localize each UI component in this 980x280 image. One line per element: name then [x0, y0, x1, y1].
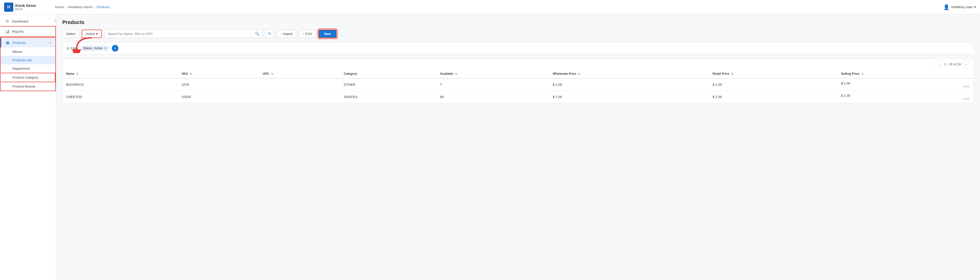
- refresh-button[interactable]: ↻: [265, 29, 274, 38]
- add-filter-icon: +: [114, 46, 116, 51]
- chip-label: Status : Active: [83, 46, 103, 50]
- col-wholesale-label: Wholesale Price: [553, 72, 576, 76]
- row2-available: 99: [436, 91, 549, 103]
- row1-sku: 1079: [178, 78, 259, 91]
- breadcrumb-home[interactable]: Home: [55, 5, 64, 9]
- sidebar-sub-product-brands[interactable]: Product Brands: [0, 82, 56, 91]
- table-body: BACKPACK 1079 OTHER 7 $ 1.00 $ 1.00 $ 1.…: [62, 78, 974, 103]
- sidebar-sub-menus-label: Menus: [13, 50, 22, 54]
- row2-wholesale: $ 1.00: [549, 91, 709, 103]
- col-name-label: Name: [66, 72, 75, 76]
- sidebar-sub-department-label: Department: [13, 67, 30, 70]
- user-icon: 👤: [943, 4, 950, 10]
- table-row[interactable]: BACKPACK 1079 OTHER 7 $ 1.00 $ 1.00 $ 1.…: [62, 78, 974, 91]
- retail-sort-icon[interactable]: ⇅: [731, 73, 733, 75]
- col-retail-label: Retail Price: [713, 72, 729, 76]
- pagination: ‹ 1 - 18 of 18 ›: [62, 59, 974, 69]
- col-available-label: Available: [440, 72, 453, 76]
- breadcrumb-sep2: ›: [94, 5, 95, 9]
- action-label: Action: [86, 32, 95, 36]
- row1-category: OTHER: [340, 78, 436, 91]
- search-bar: 🔍: [104, 29, 262, 38]
- toolbar: Select Action ▾ 🔍 ↻ ↓ Import ↑ CSV New: [62, 29, 974, 38]
- chip-close-icon[interactable]: ✕: [104, 46, 107, 50]
- sidebar-sub-department[interactable]: Department: [0, 64, 56, 73]
- user-label: HotelKey User: [951, 5, 973, 9]
- prev-page-button[interactable]: ‹: [935, 61, 942, 67]
- new-button[interactable]: New: [318, 30, 337, 38]
- filter-icon: ⊟: [67, 46, 69, 50]
- row1-name: BACKPACK: [62, 78, 178, 91]
- col-retail: Retail Price ⇅: [709, 69, 837, 78]
- sidebar-products-label: Products: [13, 41, 47, 45]
- sidebar-item-reports[interactable]: 📊 Reports: [0, 26, 56, 37]
- products-icon: ▦: [5, 40, 10, 45]
- breadcrumb-retailkey[interactable]: RetailKey Admin: [68, 5, 92, 9]
- row2-retail: $ 1.00: [709, 91, 837, 103]
- col-category: Category: [340, 69, 436, 78]
- sidebar-sub-menus[interactable]: Menus: [0, 48, 56, 56]
- products-table: Name ⇅ SKU ⇅ UPC ⇅ Category: [62, 69, 974, 103]
- col-upc-label: UPC: [262, 72, 269, 76]
- row1-wholesale: $ 1.00: [549, 78, 709, 91]
- select-button[interactable]: Select: [62, 30, 79, 38]
- sidebar-sub-products-list-label: Products List: [13, 58, 32, 62]
- filter-label-area: ⊟ Filter: [67, 46, 78, 50]
- name-sort-icon[interactable]: ⇅: [76, 73, 78, 75]
- csv-label: ↑ CSV: [303, 32, 312, 36]
- import-label: ↓ Import: [280, 32, 293, 36]
- upc-sort-icon[interactable]: ⇅: [271, 73, 273, 75]
- main-layout: ❮ ⊙ Dashboard 📊 Reports ▦ Products ∧ Men…: [0, 14, 980, 280]
- row2-name: CHEETOS: [62, 91, 178, 103]
- col-category-label: Category: [344, 72, 357, 76]
- row1-upc: [259, 78, 340, 91]
- table-row[interactable]: CHEETOS 10020 SNACKS 99 $ 1.00 $ 1.00 $ …: [62, 91, 974, 103]
- action-chevron-icon: ▾: [96, 32, 98, 36]
- main-content: Products Select Action ▾ 🔍 ↻ ↓ Import ↑ …: [56, 14, 980, 280]
- search-input[interactable]: [108, 32, 255, 36]
- sidebar-sub-product-category[interactable]: Product Category: [0, 73, 56, 82]
- sidebar-item-dashboard[interactable]: ⊙ Dashboard: [0, 16, 56, 26]
- row1-available: 7: [436, 78, 549, 91]
- sidebar-sub-products-list[interactable]: Products List: [0, 56, 56, 64]
- app-name: Kiosk Demo: [15, 3, 36, 8]
- row2-menu-badge: MENU: [841, 97, 970, 100]
- user-area[interactable]: 👤 HotelKey User ▾: [943, 4, 976, 10]
- selling-sort-icon[interactable]: ⇅: [861, 73, 863, 75]
- pagination-text: 1 - 18 of 18: [944, 62, 961, 66]
- products-section-box: ▦ Products ∧ Menus Products List Departm…: [0, 37, 56, 91]
- row1-retail: $ 1.00: [709, 78, 837, 91]
- dashboard-icon: ⊙: [5, 19, 10, 24]
- col-selling-label: Selling Price: [841, 72, 859, 76]
- refresh-icon: ↻: [268, 32, 271, 36]
- search-icon: 🔍: [255, 32, 259, 36]
- wholesale-sort-icon[interactable]: ⇅: [578, 73, 580, 75]
- breadcrumb-sep1: ›: [65, 5, 67, 9]
- filter-text: Filter: [71, 46, 78, 50]
- logo-icon: H: [4, 3, 13, 12]
- row2-selling: $ 1.00 MENU: [837, 91, 974, 103]
- next-page-button[interactable]: ›: [963, 61, 969, 67]
- col-wholesale: Wholesale Price ⇅: [549, 69, 709, 78]
- logo-box: H Kiosk Demo RK19: [4, 3, 55, 12]
- sidebar-sub-product-category-label: Product Category: [13, 76, 38, 80]
- reports-icon: 📊: [5, 29, 10, 34]
- products-expand-icon: ∧: [49, 41, 51, 45]
- action-button[interactable]: Action ▾: [82, 30, 102, 38]
- import-button[interactable]: ↓ Import: [277, 30, 296, 38]
- table-header: Name ⇅ SKU ⇅ UPC ⇅ Category: [62, 69, 974, 78]
- status-active-chip: Status : Active ✕: [81, 46, 109, 51]
- row2-upc: [259, 91, 340, 103]
- sku-sort-icon[interactable]: ⇅: [190, 73, 192, 75]
- available-sort-icon[interactable]: ⇅: [455, 73, 457, 75]
- sidebar-item-products[interactable]: ▦ Products ∧: [0, 38, 56, 48]
- col-name: Name ⇅: [62, 69, 178, 78]
- add-filter-button[interactable]: +: [112, 45, 118, 52]
- csv-button[interactable]: ↑ CSV: [299, 30, 316, 38]
- header-row: Name ⇅ SKU ⇅ UPC ⇅ Category: [62, 69, 974, 78]
- row2-sku: 10020: [178, 91, 259, 103]
- user-chevron-icon: ▾: [974, 5, 976, 9]
- row1-menu-badge: MENU: [841, 85, 970, 88]
- col-upc: UPC ⇅: [259, 69, 340, 78]
- top-header: H Kiosk Demo RK19 Home › RetailKey Admin…: [0, 0, 980, 14]
